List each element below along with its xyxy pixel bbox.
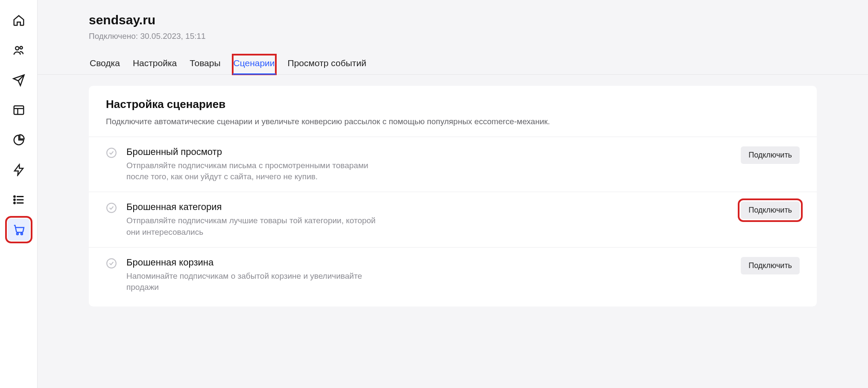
home-icon [12, 14, 25, 27]
check-circle-icon [106, 147, 117, 158]
list-icon [12, 193, 25, 206]
svg-point-4 [14, 199, 15, 201]
check-circle-icon [106, 258, 117, 269]
tab-summary[interactable]: Сводка [89, 55, 121, 74]
svg-point-6 [16, 233, 18, 235]
check-circle-icon [106, 202, 117, 213]
scenario-desc: Отправляйте подписчикам лучшие товары то… [126, 215, 391, 237]
scenario-desc: Напоминайте подписчикам о забытой корзин… [126, 271, 391, 293]
tab-scenarios[interactable]: Сценарии [233, 55, 276, 74]
svg-point-5 [14, 202, 15, 204]
connect-button[interactable]: Подключить [741, 201, 800, 219]
scenario-row-abandoned-cart: Брошенная корзина Напоминайте подписчика… [89, 247, 817, 302]
page-header: sendsay.ru Подключено: 30.05.2023, 15:11… [38, 0, 868, 75]
scenario-title: Брошенная корзина [126, 257, 731, 268]
svg-rect-2 [14, 106, 23, 114]
send-icon [12, 74, 25, 87]
scenario-action: Подключить [741, 146, 800, 164]
sidebar-item-people[interactable] [8, 39, 30, 61]
scenarios-card: Настройка сценариев Подключите автоматич… [89, 86, 817, 306]
scenario-body: Брошенная корзина Напоминайте подписчика… [126, 257, 731, 293]
scenario-row-abandoned-view: Брошенный просмотр Отправляйте подписчик… [89, 137, 817, 192]
sidebar-item-list[interactable] [8, 189, 30, 211]
page-title: sendsay.ru [89, 13, 817, 27]
tab-products[interactable]: Товары [189, 55, 221, 74]
scenario-action: Подключить [741, 201, 800, 219]
card-title: Настройка сценариев [106, 98, 800, 111]
sidebar-item-home[interactable] [8, 9, 30, 32]
sidebar [0, 0, 38, 388]
scenario-row-abandoned-category: Брошенная категория Отправляйте подписчи… [89, 192, 817, 247]
svg-point-9 [107, 204, 116, 213]
connect-button[interactable]: Подключить [741, 257, 800, 274]
bolt-icon [12, 163, 25, 176]
sidebar-item-bolt[interactable] [8, 159, 30, 181]
svg-point-1 [20, 47, 22, 49]
scenario-title: Брошенный просмотр [126, 146, 731, 158]
page-subtitle: Подключено: 30.05.2023, 15:11 [89, 32, 817, 41]
scenario-title: Брошенная категория [126, 201, 731, 213]
card-header: Настройка сценариев Подключите автоматич… [89, 98, 817, 137]
tabs: Сводка Настройка Товары Сценарии Просмот… [89, 55, 817, 74]
card-subtitle: Подключите автоматические сценарии и уве… [106, 117, 800, 126]
sidebar-item-chart[interactable] [8, 129, 30, 151]
sidebar-item-send[interactable] [8, 69, 30, 91]
svg-point-3 [14, 196, 15, 197]
scenario-action: Подключить [741, 257, 800, 274]
scenario-body: Брошенная категория Отправляйте подписчи… [126, 201, 731, 237]
chart-icon [12, 134, 25, 146]
scenario-desc: Отправляйте подписчикам письма с просмот… [126, 160, 391, 182]
people-icon [12, 44, 25, 57]
tab-settings[interactable]: Настройка [132, 55, 178, 74]
content: Настройка сценариев Подключите автоматич… [38, 75, 868, 318]
sidebar-item-layout[interactable] [8, 99, 30, 121]
main-area: sendsay.ru Подключено: 30.05.2023, 15:11… [38, 0, 868, 388]
layout-icon [12, 104, 25, 117]
svg-point-10 [107, 259, 116, 268]
sidebar-item-cart[interactable] [8, 219, 30, 241]
svg-point-7 [20, 233, 22, 235]
scenario-body: Брошенный просмотр Отправляйте подписчик… [126, 146, 731, 182]
cart-icon [12, 223, 25, 236]
svg-point-8 [107, 148, 116, 158]
connect-button[interactable]: Подключить [741, 146, 800, 164]
svg-point-0 [15, 47, 19, 50]
tab-events[interactable]: Просмотр событий [287, 55, 367, 74]
